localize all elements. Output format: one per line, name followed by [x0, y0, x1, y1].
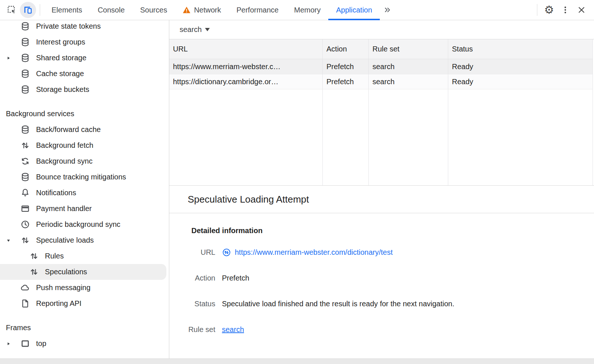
inspect-element-button[interactable] — [4, 2, 20, 18]
tab-performance[interactable]: Performance — [229, 0, 287, 20]
sidebar-item-back-forward-cache[interactable]: Back/forward cache — [0, 122, 166, 138]
bell-icon — [20, 188, 30, 198]
sidebar-item-private-state-tokens[interactable]: Private state tokens — [0, 20, 166, 34]
tab-label: Application — [336, 6, 372, 14]
tab-console[interactable]: Console — [90, 0, 132, 20]
url-field: URL https://www.merriam-webster.com/dict… — [169, 247, 594, 258]
tab-label: Elements — [52, 6, 82, 14]
up-down-arrows-icon — [20, 235, 30, 245]
toolbar-right-controls: ⚙ — [533, 2, 594, 18]
sidebar-section-background-services: Background services — [0, 106, 169, 122]
sidebar-section-label: Frames — [6, 324, 31, 332]
url-field-label: URL — [169, 248, 215, 257]
more-tabs-chevron-icon — [383, 6, 392, 14]
rule-set-field: Rule set search — [169, 324, 594, 335]
settings-button[interactable]: ⚙ — [541, 2, 557, 18]
sidebar-item-payment-handler[interactable]: Payment handler — [0, 201, 166, 217]
sidebar-section-label: Background services — [6, 110, 74, 118]
sidebar-item-notifications[interactable]: Notifications — [0, 185, 166, 201]
devtools-body: Private state tokens Interest groups Sha… — [0, 20, 594, 358]
cloud-icon — [20, 283, 30, 293]
url-link[interactable]: https://www.merriam-webster.com/dictiona… — [235, 248, 393, 257]
document-icon — [20, 299, 30, 308]
database-icon — [20, 85, 30, 94]
sidebar-item-periodic-background-sync[interactable]: Periodic background sync — [0, 217, 166, 232]
sidebar-item-top-frame[interactable]: top — [0, 336, 166, 351]
speculations-table: URL Action Rule set Status https://www.m… — [169, 39, 594, 186]
sidebar-item-reporting-api[interactable]: Reporting API — [0, 296, 166, 311]
sidebar-item-label: Rules — [45, 252, 64, 260]
expander-expanded-icon[interactable] — [6, 238, 11, 243]
sidebar-section-frames: Frames — [0, 320, 169, 336]
tab-label: Sources — [140, 6, 167, 14]
action-value: Prefetch — [222, 274, 249, 282]
device-toolbar-icon — [23, 5, 33, 15]
sidebar-tree: Private state tokens Interest groups Sha… — [0, 20, 169, 351]
sidebar-item-cache-storage[interactable]: Cache storage — [0, 66, 166, 82]
action-field: Action Prefetch — [169, 272, 594, 283]
sidebar-item-label: Background sync — [36, 157, 92, 165]
ruleset-filter-dropdown[interactable]: search — [180, 25, 210, 34]
tab-label: Memory — [294, 6, 321, 14]
sidebar-item-speculative-loads[interactable]: Speculative loads — [0, 232, 166, 248]
toolbar-divider — [40, 4, 40, 16]
ruleset-filter-value: search — [180, 25, 202, 34]
sidebar-item-label: Reporting API — [36, 299, 81, 308]
sidebar-item-background-fetch[interactable]: Background fetch — [0, 138, 166, 153]
column-header-rule-set[interactable]: Rule set — [369, 39, 448, 59]
sidebar-item-label: Back/forward cache — [36, 125, 101, 134]
more-tabs-button[interactable] — [380, 6, 395, 14]
speculations-toolbar: search — [169, 20, 594, 39]
cell-url: https://dictionary.cambridge.or… — [169, 74, 323, 89]
status-field-label: Status — [169, 300, 215, 308]
application-sidebar: Private state tokens Interest groups Sha… — [0, 20, 169, 358]
tab-sources[interactable]: Sources — [132, 0, 175, 20]
column-header-status[interactable]: Status — [448, 39, 593, 59]
tab-memory[interactable]: Memory — [286, 0, 328, 20]
sidebar-item-bounce-tracking-mitigations[interactable]: Bounce tracking mitigations — [0, 169, 166, 185]
cell-url: https://www.merriam-webster.c… — [169, 59, 323, 74]
tab-application[interactable]: Application — [328, 0, 380, 20]
column-header-url[interactable]: URL — [169, 39, 323, 59]
sidebar-item-rules[interactable]: Rules — [0, 248, 166, 264]
sidebar-item-speculations[interactable]: Speculations — [0, 264, 166, 280]
tab-label: Performance — [237, 6, 279, 14]
sidebar-item-label: Interest groups — [36, 38, 85, 46]
table-row-cambridge[interactable]: https://dictionary.cambridge.or… Prefetc… — [169, 74, 593, 89]
devtools-window: Elements Console Sources Network Perform… — [0, 0, 594, 364]
sidebar-item-label: Speculations — [45, 268, 87, 276]
sidebar-item-label: Shared storage — [36, 54, 86, 62]
sidebar-item-shared-storage[interactable]: Shared storage — [0, 50, 166, 66]
database-icon — [20, 53, 30, 63]
window-bottom-strip — [0, 358, 594, 364]
up-down-arrows-icon — [29, 251, 39, 261]
table-header-row: URL Action Rule set Status — [169, 39, 593, 59]
toggle-device-toolbar-button[interactable] — [20, 2, 36, 18]
up-down-arrows-icon — [29, 267, 39, 277]
sidebar-item-storage-buckets[interactable]: Storage buckets — [0, 82, 166, 97]
close-devtools-button[interactable] — [573, 2, 590, 18]
sidebar-item-push-messaging[interactable]: Push messaging — [0, 280, 166, 296]
sidebar-item-interest-groups[interactable]: Interest groups — [0, 34, 166, 50]
sidebar-item-label: Notifications — [36, 189, 76, 197]
expander-collapsed-icon[interactable] — [6, 56, 11, 61]
cell-status: Ready — [448, 74, 593, 89]
tab-label: Network — [194, 6, 221, 14]
kebab-menu-icon — [561, 5, 570, 15]
cell-rule-set: search — [369, 74, 448, 89]
tab-elements[interactable]: Elements — [44, 0, 90, 20]
cell-action: Prefetch — [323, 74, 369, 89]
status-field: Status Speculative load finished and the… — [169, 298, 594, 309]
table-row-merriam-webster[interactable]: https://www.merriam-webster.c… Prefetch … — [169, 59, 593, 74]
detailed-information-heading: Detailed information — [191, 226, 594, 237]
tab-network[interactable]: Network — [175, 0, 229, 20]
rule-set-link[interactable]: search — [222, 325, 244, 334]
customize-devtools-button[interactable] — [557, 2, 573, 18]
sidebar-item-label: Private state tokens — [36, 22, 101, 31]
dropdown-caret-icon — [205, 28, 210, 32]
expander-collapsed-icon[interactable] — [6, 341, 11, 346]
sidebar-item-background-sync[interactable]: Background sync — [0, 153, 166, 169]
sidebar-item-label: Background fetch — [36, 141, 93, 150]
column-header-action[interactable]: Action — [323, 39, 369, 59]
speculative-link-icon — [222, 248, 231, 257]
